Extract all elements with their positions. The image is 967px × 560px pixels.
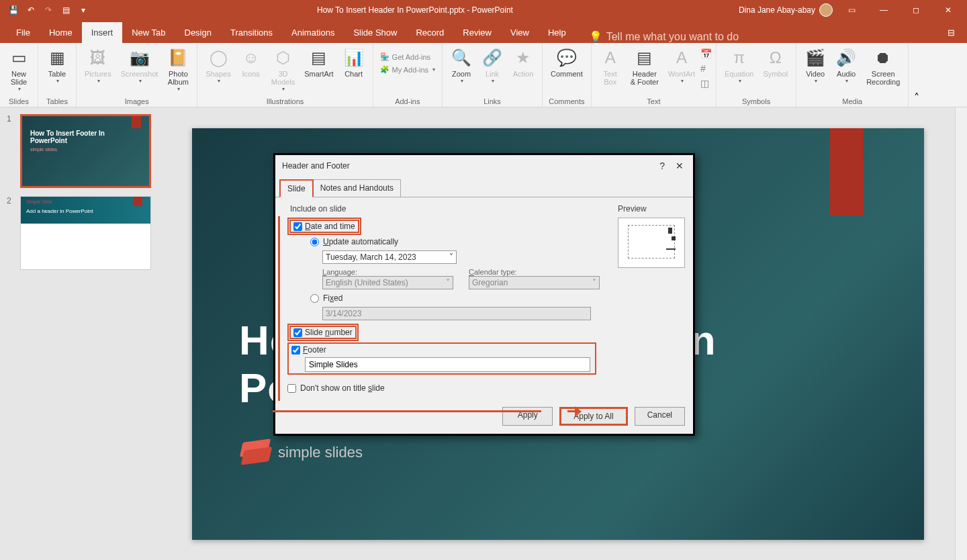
close-icon[interactable]: ✕ [935,0,962,20]
pictures-button[interactable]: 🖼 Pictures▾ [81,46,116,85]
ribbon-options-icon[interactable]: ▭ [838,0,865,20]
minimize-icon[interactable]: — [870,0,897,20]
tab-help[interactable]: Help [539,22,575,43]
3d-models-icon: ⬡ [272,47,293,68]
photo-album-icon: 📔 [167,47,189,68]
group-links: Links [447,96,538,105]
tab-slideshow[interactable]: Slide Show [344,22,406,43]
shapes-button[interactable]: ◯Shapes▾ [201,46,234,85]
annotation-line [278,216,280,401]
bookmark-icon [133,197,142,206]
photo-album-button[interactable]: 📔 Photo Album▾ [163,46,193,93]
slide-thumb-2[interactable]: 2 Simple Slide Add a header in PowerPoin… [7,196,154,270]
undo-icon[interactable]: ↶ [23,2,39,18]
calendar-label: Calendar type: [469,268,604,276]
dont-show-title-checkbox[interactable] [287,384,296,393]
chart-icon: 📊 [343,47,365,68]
slide-number-icon[interactable]: # [700,63,712,74]
date-time-icon[interactable]: 📅 [700,48,712,59]
collapse-ribbon-icon[interactable]: ˄ [909,43,925,107]
equation-icon: π [729,47,750,68]
wordart-button[interactable]: AWordArt▾ [664,46,699,85]
preview-label: Preview [618,204,685,214]
smartart-icon: ▤ [308,47,330,68]
update-auto-radio[interactable] [310,238,319,246]
cancel-button[interactable]: Cancel [635,407,685,426]
date-time-label: DDate and timeate and time [305,222,355,231]
fixed-date-input[interactable]: 3/14/2023 [322,307,591,320]
tab-transitions[interactable]: Transitions [221,22,282,43]
tab-file[interactable]: File [7,22,40,43]
date-time-checkbox[interactable] [293,222,302,231]
calendar-select[interactable]: Gregorian˅ [469,276,600,289]
shapes-icon: ◯ [208,47,229,68]
chart-button[interactable]: 📊Chart [339,46,369,79]
pictures-icon: 🖼 [87,47,109,68]
include-on-slide-label: Include on slide [290,204,604,214]
tab-insert[interactable]: Insert [82,22,123,43]
slide-number-checkbox[interactable] [293,328,302,337]
symbol-icon: Ω [765,47,786,68]
tab-home[interactable]: Home [40,22,82,43]
qat-dropdown-icon[interactable]: ▾ [75,2,91,18]
vertical-scrollbar[interactable] [955,107,967,560]
user-account[interactable]: Dina Jane Abay-abay [739,3,833,17]
equation-button[interactable]: πEquation▾ [721,46,757,85]
save-icon[interactable]: 💾 [5,2,21,18]
slide-logo: simple slides [239,439,363,466]
tab-animations[interactable]: Animations [282,22,344,43]
document-title: How To Insert Header In PowerPoint.pptx … [91,5,739,15]
icons-button[interactable]: ☺Icons [236,46,266,79]
header-footer-button[interactable]: ▤Header & Footer [627,46,663,87]
smartart-button[interactable]: ▤SmartArt [300,46,337,79]
footer-text-input[interactable] [305,357,590,372]
help-icon[interactable]: ? [657,160,667,171]
text-box-button[interactable]: AText Box [596,46,625,87]
titlebar: 💾 ↶ ↷ ▤ ▾ How To Insert Header In PowerP… [0,0,967,20]
link-icon: 🔗 [481,47,503,68]
dont-show-title-label: Don't show on title slide [300,383,385,393]
tell-me-search[interactable]: 💡 Tell me what you want to do [589,30,739,43]
action-button[interactable]: ★Action [508,46,538,79]
link-button[interactable]: 🔗Link▾ [477,46,507,85]
my-addins-button[interactable]: 🧩My Add-ins ▾ [377,64,438,75]
object-icon[interactable]: ◫ [700,78,712,89]
get-addins-button[interactable]: 🏪Get Add-ins [377,51,438,62]
table-button[interactable]: ▦ Table▾ [42,46,72,85]
redo-icon[interactable]: ↷ [40,2,56,18]
new-slide-button[interactable]: ▭ New Slide▾ [4,46,34,93]
logo-icon [239,439,273,466]
zoom-button[interactable]: 🔍Zoom▾ [447,46,476,85]
screen-recording-icon: ⏺ [872,47,894,68]
language-select[interactable]: English (United States)˅ [322,276,453,289]
tab-review[interactable]: Review [453,22,501,43]
share-icon[interactable]: ⊟ [938,22,967,43]
footer-label: Footer [303,345,326,355]
symbol-button[interactable]: ΩSymbol [759,46,792,79]
screen-recording-button[interactable]: ⏺Screen Recording [862,46,904,87]
date-format-select[interactable]: Tuesday, March 14, 2023˅ [322,250,457,264]
video-button[interactable]: 🎬Video▾ [800,46,830,85]
3d-models-button[interactable]: ⬡3D Models▾ [267,46,299,93]
maximize-icon[interactable]: ◻ [903,0,929,20]
fixed-radio[interactable] [310,294,319,303]
tab-notes-handouts[interactable]: Notes and Handouts [313,179,401,197]
group-images: Images [81,96,193,105]
tab-view[interactable]: View [501,22,539,43]
slide-thumb-1[interactable]: 1 How To Insert Footer In PowerPoint sim… [7,114,154,188]
tab-design[interactable]: Design [175,22,221,43]
start-from-beginning-icon[interactable]: ▤ [58,2,74,18]
menu-bar: File Home Insert New Tab Design Transiti… [0,20,967,43]
screenshot-button[interactable]: 📷 Screenshot▾ [117,46,163,85]
zoom-icon: 🔍 [451,47,472,68]
tab-newtab[interactable]: New Tab [122,22,175,43]
comment-button[interactable]: 💬Comment [547,46,587,79]
chevron-down-icon: ˅ [449,252,453,262]
text-box-icon: A [600,47,621,68]
audio-button[interactable]: 🔊Audio▾ [831,46,861,85]
footer-checkbox[interactable] [291,346,300,355]
tab-record[interactable]: Record [406,22,453,43]
group-media: Media [800,96,904,105]
close-icon[interactable]: ✕ [673,160,686,171]
tab-slide[interactable]: Slide [279,179,314,197]
